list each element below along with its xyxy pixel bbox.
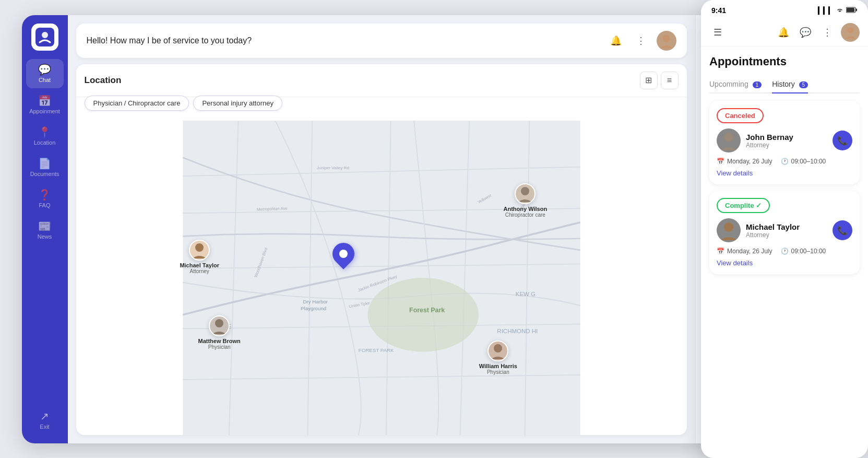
map-grid-view-button[interactable]: ⊞ xyxy=(640,72,658,89)
sidebar-item-label: Chat xyxy=(39,77,51,83)
call-button-john[interactable]: 📞 xyxy=(833,131,847,150)
appointment-person-michael: Michael Taylor Attorney 📞 xyxy=(717,218,847,242)
user-avatar[interactable] xyxy=(657,31,676,51)
clock-icon: 🕐 xyxy=(781,248,789,255)
documents-icon: 📄 xyxy=(38,158,51,169)
appointment-role-john: Attorney xyxy=(746,142,793,149)
appointment-date-john: 📅 Monday, 26 July xyxy=(717,158,772,165)
more-button[interactable]: ⋮ xyxy=(632,31,650,50)
appointment-avatar-michael xyxy=(717,218,741,242)
filter-physician[interactable]: Physician / Chiropractor care xyxy=(85,96,189,111)
svg-text:RICHMOND HI: RICHMOND HI xyxy=(497,328,538,334)
sidebar-item-label: Location xyxy=(34,139,56,146)
appointment-time-michael: 📅 Monday, 26 July 🕐 09:00–10:00 xyxy=(717,248,847,255)
map-section: Location ⊞ ≡ Physician / Chiropractor ca… xyxy=(76,64,687,435)
sidebar-item-news[interactable]: 📰 News xyxy=(26,216,64,245)
appointment-time-slot-michael: 🕐 09:00–10:00 xyxy=(781,248,826,255)
notification-button[interactable]: 🔔 xyxy=(607,31,625,50)
map-controls: ⊞ ≡ xyxy=(640,72,679,89)
svg-point-1 xyxy=(663,35,670,42)
pin-role: Physician xyxy=(487,369,509,375)
svg-text:Playground: Playground xyxy=(301,305,326,311)
pin-role: Chiropractor care xyxy=(505,212,545,218)
svg-point-13 xyxy=(367,278,478,352)
pin-name: Michael Taylor xyxy=(180,262,219,268)
pin-name: Matthew Brown xyxy=(198,338,241,344)
appointment-card-john-bernay: Canceled John Bernay Attorney 📞 📅 Mo xyxy=(709,101,847,184)
sidebar-item-faq[interactable]: ❓ FAQ xyxy=(26,184,64,214)
clock-icon: 🕐 xyxy=(781,158,789,165)
mobile-user-avatar[interactable] xyxy=(841,23,847,42)
view-details-michael[interactable]: View details xyxy=(717,259,847,267)
svg-point-28 xyxy=(195,243,204,252)
appointment-role-michael: Attorney xyxy=(746,231,800,239)
sidebar-item-chat[interactable]: 💬 Chat xyxy=(26,59,64,88)
svg-point-29 xyxy=(521,187,529,195)
appointment-card-michael-taylor: Complite ✓ Michael Taylor Attorney 📞 📅 xyxy=(709,191,847,274)
map-title: Location xyxy=(85,75,635,86)
sidebar: 💬 Chat 📅 Appoinment 📍 Location 📄 Documen… xyxy=(22,15,68,443)
mobile-status-bar: 9:41 ▎▎▎ xyxy=(701,15,847,19)
history-badge: 5 xyxy=(799,81,808,88)
svg-point-0 xyxy=(42,32,48,38)
sidebar-item-location[interactable]: 📍 Location xyxy=(26,122,64,151)
appointment-icon: 📅 xyxy=(38,96,51,106)
mobile-nav-bar: ☰ 🔔 💬 ⋮ xyxy=(701,19,847,46)
upcoming-badge: 1 xyxy=(753,81,762,88)
mobile-appointments-title: Appointments xyxy=(709,55,847,68)
svg-point-37 xyxy=(724,133,733,142)
map-center-pin[interactable] xyxy=(332,243,354,265)
exit-icon: ↗ xyxy=(40,411,49,421)
appointment-name-john: John Bernay xyxy=(746,133,793,142)
sidebar-item-documents[interactable]: 📄 Documents xyxy=(26,153,64,182)
sidebar-item-exit[interactable]: ↗ Exit xyxy=(26,406,64,435)
appointment-name-michael: Michael Taylor xyxy=(746,222,800,231)
mobile-notification-button[interactable]: 🔔 xyxy=(775,24,792,41)
map-pin-william-harris[interactable]: William Harris Physician xyxy=(479,340,517,375)
svg-text:Forest Park: Forest Park xyxy=(409,307,445,314)
map-pin-michael-taylor[interactable]: Michael Taylor Attorney xyxy=(180,240,219,274)
mobile-tab-upcoming[interactable]: Upcomming 1 xyxy=(709,76,762,93)
appointment-person-john: John Bernay Attorney 📞 xyxy=(717,128,847,152)
sidebar-logo xyxy=(31,24,58,51)
svg-text:KEW G: KEW G xyxy=(515,291,535,297)
appointment-date-michael: 📅 Monday, 26 July xyxy=(717,248,772,255)
header-greeting: Hello! How may I be of service to you to… xyxy=(87,36,600,45)
mobile-chat-button[interactable]: 💬 xyxy=(797,24,814,41)
view-details-john[interactable]: View details xyxy=(717,169,847,177)
news-icon: 📰 xyxy=(38,221,51,231)
chat-icon: 💬 xyxy=(38,64,51,75)
mobile-more-button[interactable]: ⋮ xyxy=(819,24,836,41)
map-pin-matthew-brown[interactable]: Matthew Brown Physician xyxy=(198,315,241,350)
appointment-time-john: 📅 Monday, 26 July 🕐 09:00–10:00 xyxy=(717,158,847,165)
mobile-overlay: 9:41 ▎▎▎ ☰ 🔔 💬 ⋮ Appointme xyxy=(701,15,847,443)
sidebar-item-label: Appoinment xyxy=(29,108,60,114)
calendar-icon: 📅 xyxy=(717,248,724,255)
main-content: Hello! How may I be of service to you to… xyxy=(68,15,695,443)
map-pin-anthony-wilson[interactable]: Anthony Wilson Chiropractor care xyxy=(504,183,548,218)
svg-point-38 xyxy=(724,222,733,232)
map-list-view-button[interactable]: ≡ xyxy=(661,72,679,89)
mobile-tab-history[interactable]: History 5 xyxy=(772,76,808,93)
sidebar-item-label: FAQ xyxy=(39,202,50,208)
map-background: Forest Park Dry Harbor Playground ALE RI… xyxy=(76,121,687,435)
call-button-michael[interactable]: 📞 xyxy=(833,220,847,240)
svg-point-30 xyxy=(215,319,223,327)
header: Hello! How may I be of service to you to… xyxy=(76,24,687,58)
location-icon: 📍 xyxy=(38,127,51,137)
svg-text:FOREST PARK: FOREST PARK xyxy=(358,347,394,353)
mobile-tabs: Upcomming 1 History 5 xyxy=(709,76,847,93)
filter-attorney[interactable]: Personal injury attorney xyxy=(193,96,282,111)
filter-pills: Physician / Chiropractor care Personal i… xyxy=(85,96,282,111)
appointment-time-slot-john: 🕐 09:00–10:00 xyxy=(781,158,826,165)
pin-name: Anthony Wilson xyxy=(504,206,548,212)
map-header: Location ⊞ ≡ xyxy=(76,64,687,97)
svg-text:Dry Harbor: Dry Harbor xyxy=(303,298,328,304)
svg-point-31 xyxy=(494,344,502,353)
mobile-menu-button[interactable]: ☰ xyxy=(709,24,726,41)
logo-icon xyxy=(35,28,54,46)
complete-badge: Complite ✓ xyxy=(717,198,770,213)
sidebar-item-appointment[interactable]: 📅 Appoinment xyxy=(26,90,64,120)
map-svg: Forest Park Dry Harbor Playground ALE RI… xyxy=(76,121,687,435)
app-container: 💬 Chat 📅 Appoinment 📍 Location 📄 Documen… xyxy=(22,15,847,443)
